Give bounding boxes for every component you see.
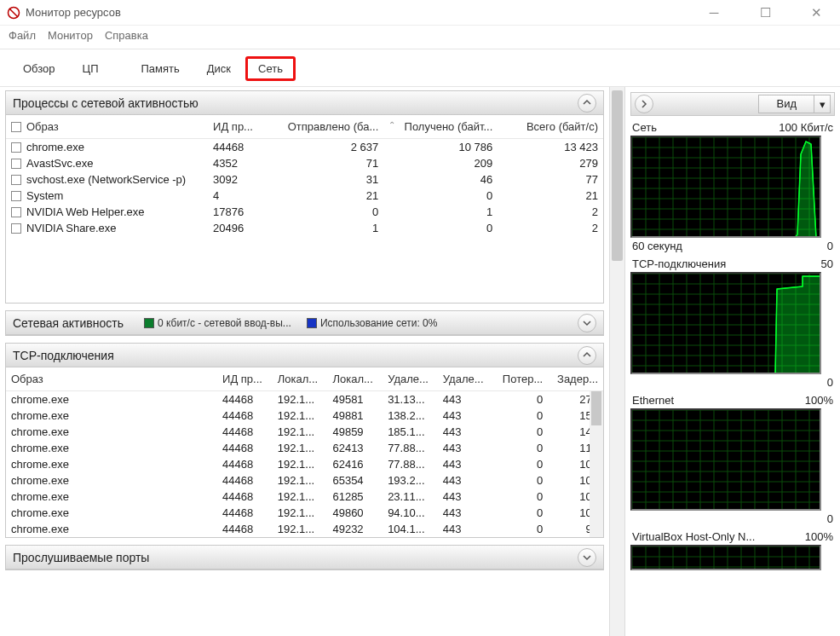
tabs: Обзор ЦП Память Диск Сеть xyxy=(0,49,840,87)
left-scrollbar[interactable] xyxy=(609,87,624,636)
table-row[interactable]: chrome.exe44468192.1...4958131.13...4430… xyxy=(6,391,603,408)
close-button[interactable]: ✕ xyxy=(799,5,833,20)
table-row[interactable]: NVIDIA Web Helper.exe17876012 xyxy=(6,204,603,220)
graph-sub-right: 0 xyxy=(827,512,833,525)
network-graph xyxy=(630,408,821,511)
menu-file[interactable]: Файл xyxy=(9,29,36,42)
minimize-button[interactable]: ─ xyxy=(697,5,731,20)
graph-sub-right: 0 xyxy=(827,376,833,389)
left-pane: Процессы с сетевой активностью Образ xyxy=(0,87,625,636)
tab-overview[interactable]: Обзор xyxy=(10,56,68,81)
panel-ports-title: Прослушиваемые порты xyxy=(13,551,149,564)
activity-usage: Использование сети: 0% xyxy=(307,317,438,329)
processes-table: Образ ИД пр... Отправлено (ба... ⌃Получе… xyxy=(6,115,603,236)
col-recv[interactable]: ⌃Получено (байт... xyxy=(383,115,498,139)
graph-block: VirtualBox Host-Only N...100% xyxy=(630,530,835,570)
tab-cpu[interactable]: ЦП xyxy=(70,56,112,81)
panel-ports-header[interactable]: Прослушиваемые порты xyxy=(6,546,603,570)
app-icon xyxy=(7,6,20,20)
network-graph xyxy=(630,136,821,238)
table-row[interactable]: AvastSvc.exe435271209279 xyxy=(6,155,603,171)
panel-activity: Сетевая активность 0 кбит/с - сетевой вв… xyxy=(5,310,604,336)
collapse-icon[interactable] xyxy=(578,346,596,365)
row-checkbox[interactable] xyxy=(11,175,21,185)
graph-block: Ethernet100%0 xyxy=(630,394,835,525)
collapse-icon[interactable] xyxy=(578,94,596,113)
graph-scale: 100% xyxy=(805,530,833,543)
tcp-col-image[interactable]: Образ xyxy=(6,367,217,391)
table-row[interactable]: chrome.exe44468192.1...65354193.2...4430… xyxy=(6,472,603,489)
table-row[interactable]: chrome.exe444682 63710 78613 423 xyxy=(6,139,603,156)
content: Процессы с сетевой активностью Образ xyxy=(0,87,840,636)
panel-tcp-header[interactable]: TCP-подключения xyxy=(6,344,603,367)
collapse-right-icon[interactable] xyxy=(635,95,653,113)
window-title: Монитор ресурсов xyxy=(26,6,697,19)
row-checkbox[interactable] xyxy=(11,191,21,201)
table-row[interactable]: svchost.exe (NetworkService -p)309231467… xyxy=(6,171,603,188)
window-buttons: ─ ☐ ✕ xyxy=(697,5,833,20)
col-sent[interactable]: Отправлено (ба... xyxy=(269,115,383,139)
right-toolbar: Вид ▾ xyxy=(630,92,835,116)
table-row[interactable]: chrome.exe44468192.1...49881138.2...4430… xyxy=(6,408,603,424)
graph-block: TCP-подключения500 xyxy=(630,257,835,389)
row-checkbox[interactable] xyxy=(11,223,21,234)
graph-title: Ethernet xyxy=(632,394,674,407)
view-button-label: Вид xyxy=(759,95,814,113)
col-pid[interactable]: ИД пр... xyxy=(208,115,269,139)
graph-sub-left: 60 секунд xyxy=(632,240,682,252)
table-row[interactable]: chrome.exe44468192.1...6241377.88...4430… xyxy=(6,440,603,456)
tcp-col-latency[interactable]: Задер... xyxy=(548,367,603,391)
menu-monitor[interactable]: Монитор xyxy=(48,29,93,42)
panel-activity-header[interactable]: Сетевая активность 0 кбит/с - сетевой вв… xyxy=(6,311,603,335)
table-row[interactable]: System421021 xyxy=(6,188,603,204)
tab-network[interactable]: Сеть xyxy=(245,56,296,81)
menu-bar: Файл Монитор Справка xyxy=(0,26,840,49)
graph-sub-right: 0 xyxy=(827,240,833,252)
graph-title: Сеть xyxy=(632,121,657,134)
menu-help[interactable]: Справка xyxy=(105,29,148,42)
tcp-col-lport[interactable]: Локал... xyxy=(327,367,383,391)
chevron-down-icon: ▾ xyxy=(814,95,830,113)
tcp-col-laddr[interactable]: Локал... xyxy=(273,367,328,391)
activity-io: 0 кбит/с - сетевой ввод-вы... xyxy=(144,317,291,329)
table-row[interactable]: chrome.exe44468192.1...49859185.1...4430… xyxy=(6,424,603,440)
graph-title: VirtualBox Host-Only N... xyxy=(632,530,755,543)
tcp-col-pid[interactable]: ИД пр... xyxy=(217,367,273,391)
col-image[interactable]: Образ xyxy=(6,115,208,139)
tcp-col-raddr[interactable]: Удале... xyxy=(383,367,438,391)
svg-line-1 xyxy=(9,9,18,17)
graph-scale: 50 xyxy=(821,257,833,270)
panel-ports: Прослушиваемые порты xyxy=(5,545,604,570)
panel-processes-header[interactable]: Процессы с сетевой активностью xyxy=(6,91,603,115)
col-total[interactable]: Всего (байт/с) xyxy=(498,115,603,139)
graph-title: TCP-подключения xyxy=(632,257,726,270)
graph-scale: 100% xyxy=(805,394,833,407)
row-checkbox[interactable] xyxy=(11,142,21,153)
table-row[interactable]: chrome.exe44468192.1...6128523.11...4430… xyxy=(6,489,603,505)
table-row[interactable]: chrome.exe44468192.1...49232104.1...4430… xyxy=(6,521,603,537)
panel-processes-title: Процессы с сетевой активностью xyxy=(13,96,198,110)
table-row[interactable]: NVIDIA Share.exe20496102 xyxy=(6,220,603,236)
checkbox-all[interactable] xyxy=(11,122,21,132)
tab-disk[interactable]: Диск xyxy=(194,56,244,81)
tcp-col-rport[interactable]: Удале... xyxy=(438,367,493,391)
row-checkbox[interactable] xyxy=(11,207,21,217)
maximize-button[interactable]: ☐ xyxy=(748,5,782,20)
tcp-table: Образ ИД пр... Локал... Локал... Удале..… xyxy=(6,367,603,537)
tcp-scrollbar[interactable] xyxy=(590,391,603,537)
swatch-blue xyxy=(307,318,317,328)
graph-block: Сеть100 Кбит/с60 секунд0 xyxy=(630,121,835,252)
right-pane: Вид ▾ Сеть100 Кбит/с60 секунд0TCP-подклю… xyxy=(625,87,840,636)
tcp-col-loss[interactable]: Потер... xyxy=(493,367,549,391)
panel-processes: Процессы с сетевой активностью Образ xyxy=(5,90,604,304)
expand-icon[interactable] xyxy=(578,548,596,567)
table-row[interactable]: chrome.exe44468192.1...6241677.88...4430… xyxy=(6,456,603,472)
row-checkbox[interactable] xyxy=(11,159,21,169)
tab-memory[interactable]: Память xyxy=(129,56,193,81)
panel-tcp-title: TCP-подключения xyxy=(13,349,114,362)
network-graph xyxy=(630,272,821,374)
table-row[interactable]: chrome.exe44468192.1...4986094.10...4430… xyxy=(6,505,603,521)
network-graph xyxy=(630,545,821,570)
expand-icon[interactable] xyxy=(578,314,596,332)
view-button[interactable]: Вид ▾ xyxy=(758,95,831,113)
